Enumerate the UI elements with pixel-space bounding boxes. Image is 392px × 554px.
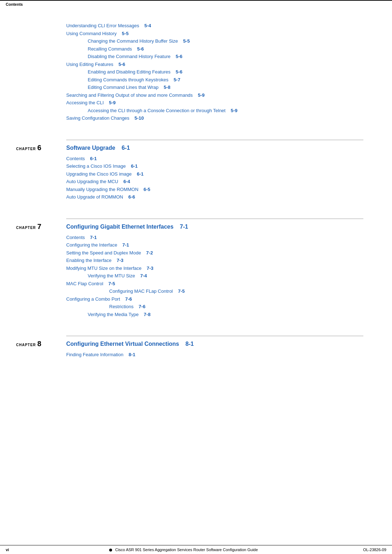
chapter-block: CHAPTER6Software Upgrade 6-1Contents 6-1… <box>66 140 363 201</box>
toc-entry: Enabling the Interface 7-3 <box>66 257 363 264</box>
chapter-title-page: 8-1 <box>185 341 194 347</box>
toc-link[interactable]: Verifying the MTU Size <box>88 273 140 278</box>
toc-entry: Accessing the CLI 5-9 <box>66 99 363 106</box>
toc-entry: Recalling Commands 5-6 <box>88 46 363 53</box>
toc-link[interactable]: Recalling Commands <box>88 46 137 52</box>
chapter-number: 8 <box>37 340 42 348</box>
toc-page: 5-6 <box>176 54 183 59</box>
toc-page: 6-1 <box>131 163 138 169</box>
toc-page: 6-1 <box>90 156 97 161</box>
toc-link[interactable]: Manually Upgrading the ROMMON <box>66 187 144 192</box>
toc-page: 5-6 <box>176 69 183 75</box>
toc-page: 5-9 <box>231 108 237 113</box>
toc-link[interactable]: Editing Commands through Keystrokes <box>88 77 174 82</box>
footer-page-number: vi <box>6 548 16 552</box>
toc-link[interactable]: Contents <box>66 235 90 240</box>
toc-entry: Configuring the Interface 7-1 <box>66 242 363 249</box>
toc-entry: Auto Upgrade of ROMMON 6-6 <box>66 194 363 201</box>
toc-entry: Enabling and Disabling Editing Features … <box>88 68 363 76</box>
toc-link[interactable]: Contents <box>66 156 90 161</box>
toc-link[interactable]: Configuring MAC FLap Control <box>109 288 178 294</box>
toc-link[interactable]: Configuring the Interface <box>66 242 122 248</box>
toc-page: 5-8 <box>164 85 170 90</box>
toc-entry: Configuring a Combo Port 7-6 <box>66 296 363 303</box>
toc-link[interactable]: Accessing the CLI through a Console Conn… <box>88 108 231 113</box>
toc-initial-section: Understanding CLI Error Messages 5-4Usin… <box>66 22 363 122</box>
toc-page: 7-4 <box>140 273 147 278</box>
toc-page: 7-1 <box>90 235 97 240</box>
toc-page: 5-5 <box>183 38 190 44</box>
chapter-left-label: CHAPTER6 <box>16 144 42 152</box>
toc-entry: Finding Feature Information 8-1 <box>66 351 363 358</box>
toc-entry: MAC Flap Control 7-5 <box>66 280 363 287</box>
footer: vi Cisco ASR 901 Series Aggregation Serv… <box>0 545 392 554</box>
toc-link[interactable]: Enabling the Interface <box>66 258 117 263</box>
toc-page: 8-1 <box>129 352 135 357</box>
toc-page: 5-6 <box>118 62 125 67</box>
chapter-number: 7 <box>37 223 42 231</box>
toc-page: 7-3 <box>147 266 154 271</box>
toc-entry: Editing Command Lines that Wrap 5-8 <box>88 84 363 91</box>
chapter-title-row: Configuring Ethernet Virtual Connections… <box>66 340 363 348</box>
toc-link[interactable]: Enabling and Disabling Editing Features <box>88 69 176 75</box>
chapter-title-page: 6-1 <box>122 145 130 151</box>
toc-entry: Using Command History 5-5 <box>66 30 363 37</box>
toc-entry: Configuring MAC FLap Control 7-5 <box>109 288 363 295</box>
toc-link[interactable]: Modifying MTU Size on the Interface <box>66 266 147 271</box>
chapter-word: CHAPTER <box>16 147 36 151</box>
chapter-title-row: Software Upgrade 6-1 <box>66 144 363 152</box>
toc-page: 7-5 <box>178 288 185 294</box>
toc-link[interactable]: Searching and Filtering Output of show a… <box>66 92 198 98</box>
toc-page: 7-2 <box>146 250 153 255</box>
toc-page: 7-6 <box>139 304 145 309</box>
toc-entry: Disabling the Command History Feature 5-… <box>88 53 363 60</box>
toc-page: 5-4 <box>144 23 151 28</box>
toc-link[interactable]: Auto Upgrade of ROMMON <box>66 194 128 200</box>
toc-link[interactable]: Understanding CLI Error Messages <box>66 23 144 28</box>
toc-link[interactable]: Editing Command Lines that Wrap <box>88 85 164 90</box>
toc-link[interactable]: Using Editing Features <box>66 62 118 67</box>
chapter-word: CHAPTER <box>16 343 36 347</box>
chapter-title-link[interactable]: Configuring Gigabit Ethernet Interfaces <box>66 224 180 230</box>
main-content: Understanding CLI Error Messages 5-4Usin… <box>66 8 363 388</box>
toc-link[interactable]: Verifying the Media Type <box>88 312 144 317</box>
toc-entry: Auto Upgrading the MCU 6-4 <box>66 178 363 185</box>
toc-entry: Verifying the Media Type 7-8 <box>88 311 363 318</box>
toc-link[interactable]: Setting the Speed and Duplex Mode <box>66 250 146 255</box>
footer-right-text: OL-23826-09 <box>350 548 386 552</box>
toc-link[interactable]: Auto Upgrading the MCU <box>66 179 124 184</box>
toc-link[interactable]: Saving Configuration Changes <box>66 115 135 121</box>
toc-link[interactable]: Finding Feature Information <box>66 352 129 357</box>
toc-entry: Contents 6-1 <box>66 155 363 162</box>
toc-entry: Using Editing Features 5-6 <box>66 61 363 68</box>
toc-entry: Searching and Filtering Output of show a… <box>66 92 363 99</box>
toc-link[interactable]: Upgrading the Cisco IOS image <box>66 171 137 177</box>
breadcrumb-label: Contents <box>6 2 23 6</box>
toc-link[interactable]: Changing the Command History Buffer Size <box>88 38 183 44</box>
toc-page: 5-6 <box>137 46 144 52</box>
toc-page: 7-8 <box>144 312 151 317</box>
chapter-title-page: 7-1 <box>180 224 188 230</box>
toc-page: 6-5 <box>144 187 150 192</box>
toc-entry: Saving Configuration Changes 5-10 <box>66 115 363 122</box>
chapter-title-link[interactable]: Software Upgrade <box>66 145 122 151</box>
toc-link[interactable]: Selecting a Cisco IOS Image <box>66 163 131 169</box>
chapter-left-label: CHAPTER8 <box>16 340 42 348</box>
toc-link[interactable]: Disabling the Command History Feature <box>88 54 176 59</box>
toc-entry: Changing the Command History Buffer Size… <box>88 38 363 45</box>
toc-link[interactable]: MAC Flap Control <box>66 281 108 286</box>
toc-link[interactable]: Using Command History <box>66 31 122 36</box>
toc-link[interactable]: Restrictions <box>109 304 139 309</box>
toc-entry: Verifying the MTU Size 7-4 <box>88 272 363 280</box>
toc-link[interactable]: Accessing the CLI <box>66 100 109 105</box>
footer-bullet <box>109 549 112 551</box>
toc-entry: Understanding CLI Error Messages 5-4 <box>66 22 363 29</box>
chapters-container: CHAPTER6Software Upgrade 6-1Contents 6-1… <box>66 140 363 358</box>
toc-link[interactable]: Configuring a Combo Port <box>66 296 125 302</box>
chapter-block: CHAPTER8Configuring Ethernet Virtual Con… <box>66 336 363 358</box>
chapter-word: CHAPTER <box>16 226 36 230</box>
chapter-left-label: CHAPTER7 <box>16 223 42 231</box>
chapter-title-link[interactable]: Configuring Ethernet Virtual Connections <box>66 341 185 347</box>
toc-page: 7-3 <box>117 258 124 263</box>
top-bar: Contents <box>0 0 392 8</box>
